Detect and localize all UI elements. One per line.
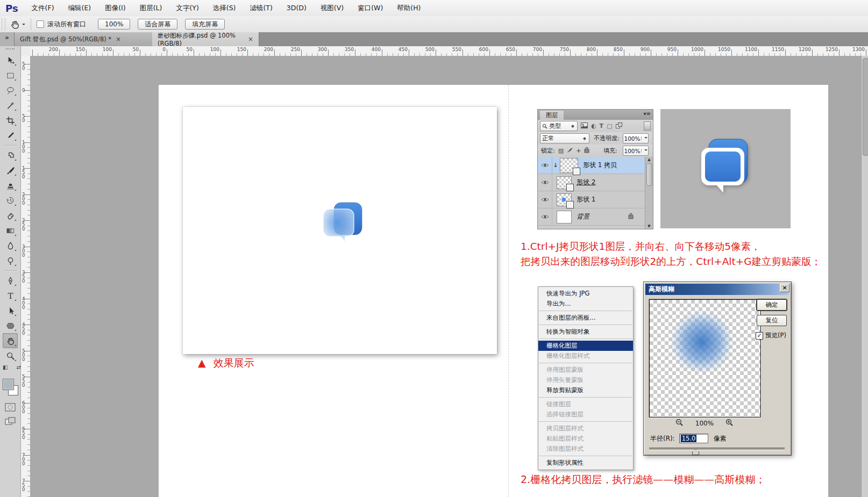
quick-mask-button[interactable] <box>0 403 20 412</box>
layer-name[interactable]: 背景 <box>577 212 589 221</box>
menu-item-9[interactable]: 窗口(W) <box>351 0 390 16</box>
gradient-tool[interactable] <box>3 223 18 238</box>
filter-smart-object-icon[interactable] <box>616 123 622 130</box>
swap-colors-icon[interactable]: ◧⇄ <box>1 364 23 373</box>
scroll-up-icon[interactable]: ▲ <box>645 157 653 162</box>
history-brush-tool[interactable] <box>3 193 18 208</box>
layer-name[interactable]: 形状 1 <box>577 195 595 204</box>
ok-button[interactable]: 确定 <box>757 299 787 311</box>
menu-item-5[interactable]: 选择(S) <box>206 0 243 16</box>
healing-brush-tool[interactable] <box>3 148 18 163</box>
eraser-tool[interactable] <box>3 208 18 223</box>
vertical-ruler[interactable]: 5005010015020025030035040045050055060065… <box>20 56 31 497</box>
radius-input[interactable]: 15.0 <box>679 434 708 443</box>
fit-screen-button[interactable]: 适合屏幕 <box>138 19 177 30</box>
visibility-eye-icon[interactable] <box>538 174 552 191</box>
layer-name[interactable]: 形状 2 <box>577 178 595 187</box>
layer-name[interactable]: 形状 1 拷贝 <box>583 161 617 170</box>
layer-thumbnail[interactable] <box>557 193 572 206</box>
fill-value[interactable]: 100% <box>623 146 649 156</box>
menu-item-3[interactable]: 图层(L) <box>133 0 169 16</box>
scrollbar-thumb[interactable] <box>646 163 652 186</box>
visibility-eye-icon[interactable] <box>538 191 552 208</box>
move-tool[interactable] <box>3 53 18 68</box>
panel-dock-collapse[interactable]: » <box>0 32 15 46</box>
eyedropper-tool[interactable] <box>3 128 18 143</box>
radius-slider[interactable] <box>649 448 785 450</box>
lock-position-icon[interactable]: + <box>576 148 581 154</box>
menu-item-0[interactable]: 文件(F) <box>25 0 61 16</box>
context-menu-item-3[interactable]: 来自图层的画板... <box>538 313 633 323</box>
menu-item-10[interactable]: 帮助(H) <box>390 0 428 16</box>
layer-row-shape1-copy[interactable]: ↓ 形状 1 拷贝 <box>538 157 645 174</box>
visibility-eye-icon[interactable] <box>538 208 552 225</box>
zoom-100-button[interactable]: 100% <box>98 19 130 30</box>
tool-preset-picker[interactable] <box>10 19 25 30</box>
filter-type-layers-icon[interactable]: T <box>600 123 604 129</box>
context-menu-item-7[interactable]: 栅格化图层 <box>538 341 633 351</box>
quick-selection-tool[interactable] <box>3 98 18 113</box>
lock-all-icon[interactable] <box>584 147 589 155</box>
crop-tool[interactable] <box>3 113 18 128</box>
path-selection-tool[interactable] <box>3 303 18 318</box>
screen-mode-button[interactable] <box>0 417 20 426</box>
brush-tool[interactable] <box>3 163 18 178</box>
lock-transparency-icon[interactable]: ▨ <box>558 148 564 154</box>
blend-mode-dropdown[interactable]: 正常 <box>540 133 589 143</box>
visibility-eye-icon[interactable] <box>538 157 552 174</box>
layer-thumbnail[interactable] <box>557 211 572 224</box>
lasso-tool[interactable] <box>3 83 18 98</box>
panel-menu-icon[interactable]: ▾≡ <box>644 111 651 117</box>
horizontal-ruler[interactable]: 2001501005005010015020025030035040045050… <box>30 46 868 56</box>
lock-pixels-icon[interactable] <box>567 147 573 155</box>
zoom-out-icon[interactable] <box>675 419 684 428</box>
marquee-tool[interactable] <box>3 68 18 83</box>
scroll-all-windows-checkbox[interactable] <box>37 20 44 28</box>
menu-item-6[interactable]: 滤镜(T) <box>243 0 279 16</box>
layers-scrollbar[interactable]: ▲ ▼ <box>645 157 653 229</box>
blur-tool[interactable] <box>3 238 18 253</box>
layer-row-shape1[interactable]: 形状 1 <box>538 191 645 208</box>
filter-toggle-button[interactable] <box>644 121 651 131</box>
dodge-tool[interactable] <box>3 253 18 268</box>
context-menu-item-0[interactable]: 快速导出为 JPG <box>538 289 633 299</box>
context-menu-item-1[interactable]: 导出为... <box>538 299 633 309</box>
menu-item-2[interactable]: 图像(I) <box>98 0 132 16</box>
filter-adjustment-layers-icon[interactable]: ◐ <box>591 123 596 129</box>
menu-item-7[interactable]: 3D(D) <box>280 0 314 16</box>
layer-row-background[interactable]: 背景 <box>538 208 645 226</box>
filter-pixel-layers-icon[interactable] <box>581 123 588 130</box>
document-tab-steps[interactable]: 磨砂图标步骤.psd @ 100%(RGB/8) × <box>152 32 259 46</box>
zoom-in-icon[interactable] <box>725 419 734 428</box>
close-tab-icon[interactable]: × <box>116 35 121 43</box>
tab-layers[interactable]: 图层 <box>540 111 564 120</box>
reset-button[interactable]: 复位 <box>757 315 787 326</box>
context-menu-item-5[interactable]: 转换为智能对象 <box>538 327 633 337</box>
filter-shape-layers-icon[interactable]: ▢ <box>607 123 612 129</box>
layer-row-shape2[interactable]: 形状 2 <box>538 174 645 191</box>
layer-thumbnail[interactable] <box>557 176 572 189</box>
zoom-tool[interactable] <box>3 348 18 363</box>
shape-tool[interactable] <box>3 318 18 333</box>
menu-item-8[interactable]: 视图(V) <box>314 0 351 16</box>
close-tab-icon[interactable]: × <box>248 35 253 43</box>
clone-stamp-tool[interactable] <box>3 178 18 193</box>
blur-preview-area[interactable] <box>649 299 761 417</box>
dialog-close-button[interactable]: × <box>780 284 789 292</box>
context-menu-item-21[interactable]: 复制形状属性 <box>538 458 633 468</box>
pen-tool[interactable] <box>3 273 18 288</box>
context-menu-item-12[interactable]: 释放剪贴蒙版 <box>538 385 633 395</box>
hand-tool[interactable] <box>3 333 18 348</box>
layer-thumbnail[interactable] <box>560 158 578 173</box>
document-tab-gift[interactable]: Gift 臂包.psd @ 50%(RGB/8) * × <box>15 32 158 46</box>
opacity-value[interactable]: 100% <box>623 133 649 143</box>
filter-type-dropdown[interactable]: 类型 <box>540 121 578 131</box>
menu-item-4[interactable]: 文字(Y) <box>169 0 205 16</box>
dialog-titlebar[interactable]: 高斯模糊 <box>645 284 788 295</box>
type-tool[interactable]: T <box>3 288 18 303</box>
slider-thumb[interactable] <box>692 449 699 455</box>
fill-screen-button[interactable]: 填充屏幕 <box>185 19 225 30</box>
scrollbar-thumb[interactable] <box>863 58 868 156</box>
document-scrollbar[interactable] <box>861 56 868 497</box>
foreground-color-swatch[interactable] <box>3 379 14 390</box>
